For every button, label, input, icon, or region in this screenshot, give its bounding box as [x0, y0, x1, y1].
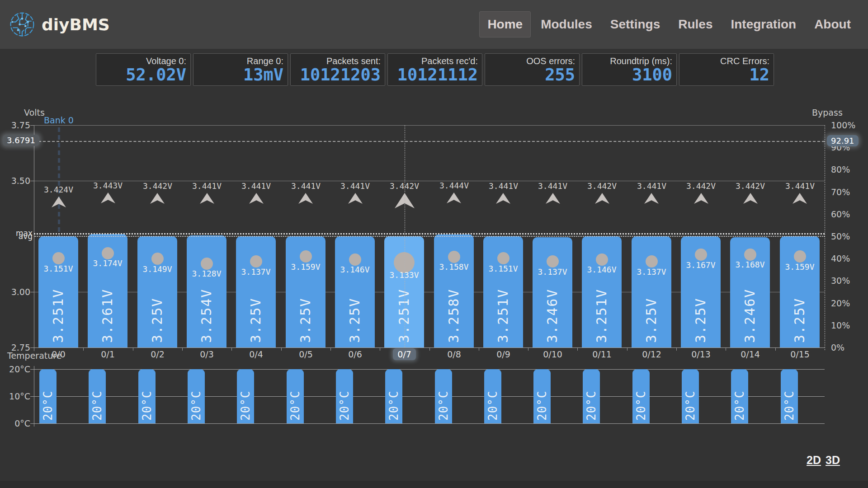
cell-x-label: 0/8 [429, 349, 479, 359]
cell-temp-bar[interactable]: 20°C [89, 369, 106, 423]
cell-voltage-bar[interactable]: 3.167V3.25V [681, 236, 721, 347]
nav-item-settings[interactable]: Settings [602, 11, 668, 38]
volt-gridline [34, 125, 825, 126]
cell-voltage-text: 3.254V [198, 289, 214, 343]
cell-voltage-bar[interactable]: 3.149V3.25V [137, 236, 177, 347]
cell-temp-text: 20°C [535, 390, 549, 421]
view-2d-link[interactable]: 2D [807, 454, 821, 467]
temp-tick-label: 0°C [0, 418, 30, 428]
cell-temp-bar[interactable]: 20°C [484, 369, 501, 423]
cell-x-label: 0/10 [528, 349, 577, 359]
cell-voltage-bar[interactable]: 3.158V3.258V [434, 235, 474, 347]
max-line [34, 233, 825, 235]
cell-x-label: 0/4 [231, 349, 281, 359]
volt-tick-label: 3.75 [0, 120, 30, 130]
min-voltage-dot [300, 250, 312, 263]
cell-temp-bar[interactable]: 20°C [682, 369, 699, 423]
cell-temp-text: 20°C [189, 390, 203, 421]
temp-tick-label: 10°C [0, 391, 30, 401]
volt-axis-tick [30, 292, 34, 292]
cell-temp-bar[interactable]: 20°C [583, 369, 600, 423]
bypass-tick-label: 10% [831, 320, 850, 330]
cell-temp-bar[interactable]: 20°C [781, 369, 798, 423]
nav-item-about[interactable]: About [806, 11, 859, 38]
cell-min-voltage-label: 3.133V [384, 270, 424, 280]
max-voltage-arrow-icon [644, 193, 659, 204]
temp-axis-line [34, 366, 34, 427]
cell-temp-bar[interactable]: 20°C [39, 369, 57, 423]
cell-voltage-bar[interactable]: 3.168V3.246V [730, 237, 770, 347]
brand[interactable]: diyBMS [9, 11, 110, 38]
cell-temp-bar[interactable]: 20°C [287, 369, 304, 423]
cell-temp-bar[interactable]: 20°C [731, 369, 748, 423]
min-voltage-dot [52, 252, 65, 264]
cell-x-label: 0/3 [182, 349, 231, 359]
cell-min-voltage-label: 3.146V [582, 265, 622, 274]
min-voltage-dot [794, 250, 806, 263]
max-voltage-arrow-icon [694, 193, 708, 204]
top-navigation-bar: diyBMS HomeModulesSettingsRulesIntegrati… [0, 0, 868, 49]
view-3d-link[interactable]: 3D [826, 454, 840, 467]
cell-voltage-bar[interactable]: 3.174V3.261V [88, 234, 127, 347]
min-voltage-dot [151, 253, 164, 265]
cell-voltage-text: 3.25V [693, 298, 708, 343]
cell-x-label: 0/9 [479, 349, 528, 359]
cell-temp-text: 20°C [387, 390, 401, 421]
bypass-axis-title: Bypass [812, 108, 843, 117]
max-voltage-arrow-icon [595, 193, 609, 204]
avg-line [34, 236, 825, 237]
cell-voltage-bar[interactable]: 3.133V3.251V [384, 236, 424, 347]
cell-temp-text: 20°C [90, 390, 104, 421]
temp-tick-label: 20°C [0, 364, 30, 374]
cell-min-voltage-label: 3.174V [88, 258, 127, 268]
cell-voltage-bar[interactable]: 3.137V3.25V [632, 236, 671, 347]
volt-axis-line [34, 125, 34, 351]
reference-line [34, 141, 825, 142]
cell-min-voltage-label: 3.159V [780, 262, 820, 272]
view-mode-links: 2D 3D [807, 454, 840, 467]
cell-temp-bar[interactable]: 20°C [385, 369, 402, 423]
cell-temp-text: 20°C [634, 390, 648, 421]
bypass-tick-label: 30% [831, 276, 850, 286]
nav-item-home[interactable]: Home [479, 11, 531, 38]
max-voltage-arrow-icon [447, 192, 461, 203]
cell-x-label: 0/11 [577, 349, 627, 359]
cell-voltage-bar[interactable]: 3.159V3.25V [780, 236, 820, 347]
nav-item-rules[interactable]: Rules [670, 11, 721, 38]
cell-x-label: 0/6 [330, 349, 380, 359]
cell-voltage-bar[interactable]: 3.146V3.251V [582, 236, 622, 347]
cell-min-voltage-label: 3.137V [236, 267, 276, 277]
cell-temp-bar[interactable]: 20°C [336, 369, 353, 423]
cell-voltage-bar[interactable]: 3.146V3.25V [335, 236, 375, 347]
max-voltage-arrow-icon [546, 193, 560, 204]
cell-voltage-bar[interactable]: 3.137V3.25V [236, 236, 276, 347]
cell-min-voltage-label: 3.128V [187, 269, 226, 278]
cell-voltage-text: 3.25V [643, 298, 659, 343]
cell-voltage-text: 3.246V [742, 289, 758, 343]
bypass-tick-label: 20% [831, 298, 850, 308]
cell-temp-bar[interactable]: 20°C [533, 369, 551, 423]
cell-voltage-text: 3.25V [248, 298, 264, 343]
nav-item-integration[interactable]: Integration [722, 11, 804, 38]
min-voltage-dot [646, 255, 658, 267]
cell-temp-bar[interactable]: 20°C [237, 369, 254, 423]
volt-axis-tick [30, 125, 34, 126]
min-voltage-dot [102, 247, 114, 259]
nav-item-modules[interactable]: Modules [533, 11, 600, 38]
cell-voltage-text: 3.25V [297, 298, 313, 343]
max-voltage-arrow-icon [249, 193, 264, 204]
temp-gridline [34, 423, 825, 424]
cell-temp-bar[interactable]: 20°C [632, 369, 650, 423]
cell-voltage-bar[interactable]: 3.159V3.25V [286, 236, 326, 347]
cell-voltage-bar[interactable]: 3.128V3.254V [187, 235, 226, 347]
cell-voltage-bar[interactable]: 3.151V3.251V [38, 236, 78, 347]
bypass-tick-label: 70% [831, 187, 850, 197]
cell-temp-bar[interactable]: 20°C [435, 369, 452, 423]
cell-temp-bar[interactable]: 20°C [138, 369, 156, 423]
cell-voltage-bar[interactable]: 3.151V3.251V [483, 236, 523, 347]
cell-temp-bar[interactable]: 20°C [188, 369, 205, 423]
volt-tick-label: 3.50 [0, 176, 30, 186]
bottom-strip [0, 481, 868, 488]
bank-label: Bank 0 [34, 115, 84, 125]
cell-voltage-bar[interactable]: 3.137V3.246V [533, 237, 572, 347]
